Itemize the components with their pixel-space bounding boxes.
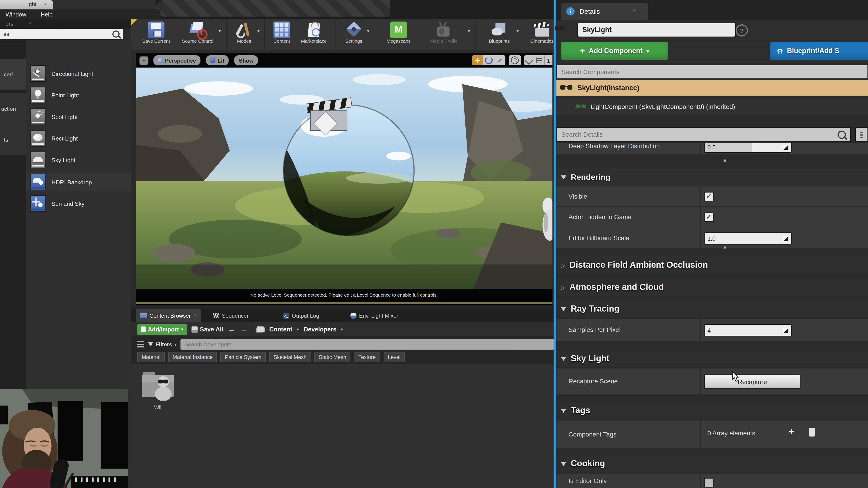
section-header-cooking[interactable]: Cooking xyxy=(556,455,868,473)
column-divider[interactable] xyxy=(700,474,701,488)
marketplace-button[interactable]: Marketplace xyxy=(297,22,331,44)
lit-mode-button[interactable]: Lit xyxy=(206,55,229,66)
actor-hidden-checkbox[interactable]: ✓ xyxy=(704,213,714,222)
section-header-rendering[interactable]: Rendering xyxy=(556,168,868,186)
recapture-button[interactable]: Recapture xyxy=(704,374,800,389)
panel-edge-divider[interactable] xyxy=(554,0,556,488)
component-row-light-component[interactable]: LightComponent (SkyLightComponent0) (Inh… xyxy=(556,98,868,115)
section-header-atmosphere[interactable]: ▷ Atmosphere and Cloud xyxy=(556,278,868,296)
place-actors-tab-close-icon[interactable]: × xyxy=(29,20,32,25)
save-all-button[interactable]: Save All xyxy=(191,326,223,332)
add-import-button[interactable]: Add/Import ▾ xyxy=(137,324,187,335)
list-item-sky-light[interactable]: Sky Light xyxy=(26,151,135,169)
reset-to-default-icon[interactable] xyxy=(783,328,788,333)
filter-chip-particle-system[interactable]: Particle System xyxy=(220,352,266,362)
add-array-element-button[interactable]: + xyxy=(789,427,794,437)
viewport-options-button[interactable]: ▾ xyxy=(140,56,148,65)
viewport[interactable]: ▾ Perspective Lit Show ✛ 1 xyxy=(135,53,553,305)
media-profile-caret-icon[interactable]: ▾ xyxy=(468,29,470,34)
breadcrumb-developers[interactable]: Developers xyxy=(304,326,336,332)
column-divider[interactable] xyxy=(700,368,701,394)
actor-lock-button[interactable]: ? xyxy=(736,24,748,37)
column-divider[interactable] xyxy=(700,420,701,448)
settings-caret-icon[interactable]: ▾ xyxy=(367,29,369,34)
perspective-button[interactable]: Perspective xyxy=(153,55,201,66)
search-components-input[interactable]: Search Components xyxy=(556,65,868,78)
list-item-hdri-backdrop[interactable]: HDRI Backdrop xyxy=(26,173,135,191)
column-divider[interactable] xyxy=(700,228,701,249)
blueprints-caret-icon[interactable]: ▾ xyxy=(517,29,519,34)
filter-chip-level[interactable]: Level xyxy=(383,352,405,362)
deep-shadow-slider[interactable]: 0.5 xyxy=(704,143,792,153)
visible-checkbox[interactable]: ✓ xyxy=(704,192,714,201)
scroll-up-indicator[interactable]: ▲ xyxy=(722,157,727,163)
megascans-button[interactable]: M Megascans xyxy=(381,22,416,44)
tab-details[interactable]: i Details × xyxy=(561,3,648,20)
filter-chip-material[interactable]: Material xyxy=(137,352,165,362)
is-editor-only-checkbox[interactable] xyxy=(704,478,714,488)
sources-panel-icon[interactable] xyxy=(137,341,144,348)
breadcrumb-content[interactable]: Content xyxy=(269,326,292,332)
save-current-button[interactable]: Save Current xyxy=(140,22,172,44)
filter-chip-texture[interactable]: Texture xyxy=(354,352,380,362)
modes-caret-icon[interactable]: ▾ xyxy=(257,29,260,34)
filter-chip-static-mesh[interactable]: Static Mesh xyxy=(314,352,351,362)
grid-snap-value[interactable]: 1 xyxy=(544,55,553,65)
modes-button[interactable]: Modes xyxy=(231,22,257,44)
tab-close-icon[interactable]: × xyxy=(633,7,636,13)
tab-output-log[interactable]: >_ Output Log xyxy=(278,309,324,322)
component-row-skylight-instance[interactable]: SkyLight(Instance) xyxy=(556,80,868,96)
list-item-rect-light[interactable]: Rect Light xyxy=(26,129,135,148)
content-button[interactable]: Content xyxy=(270,22,294,44)
viewport-scene[interactable] xyxy=(135,68,553,289)
blueprints-button[interactable]: Blueprints xyxy=(483,22,515,44)
search-assets-input[interactable]: Search Developers xyxy=(180,339,554,350)
section-header-sky-light[interactable]: Sky Light xyxy=(556,350,868,367)
billboard-scale-input[interactable]: 1.0 xyxy=(704,232,792,245)
section-header-dfao[interactable]: ▷ Distance Field Ambient Occlusion xyxy=(556,256,868,274)
clear-array-button[interactable] xyxy=(809,429,815,436)
reset-to-default-icon[interactable] xyxy=(783,236,788,241)
cinematics-button[interactable]: Cinematics xyxy=(524,22,556,44)
move-tool-button[interactable]: ✛ xyxy=(472,55,483,65)
tab-close-icon[interactable]: × xyxy=(193,313,196,318)
source-control-button[interactable]: Source Control xyxy=(178,22,217,44)
section-header-ray-tracing[interactable]: Ray Tracing xyxy=(556,300,868,318)
settings-button[interactable]: Settings xyxy=(340,22,367,44)
category-item-recently-placed[interactable]: ced xyxy=(0,59,26,90)
section-header-tags[interactable]: Tags xyxy=(556,402,868,419)
list-item-sun-and-sky[interactable]: Sun and Sky xyxy=(26,194,135,213)
menu-item-help[interactable]: Help xyxy=(41,11,53,18)
surface-snap-button[interactable] xyxy=(524,55,534,65)
tab-env-light-mixer[interactable]: Env. Light Mixer xyxy=(346,309,403,322)
list-item-directional-light[interactable]: Directional Light xyxy=(26,64,135,83)
filter-chip-skeletal-mesh[interactable]: Skeletal Mesh xyxy=(269,352,311,362)
rotate-tool-button[interactable] xyxy=(483,55,494,65)
filters-button[interactable]: Filters ▾ xyxy=(148,341,177,347)
list-item-spot-light[interactable]: Spot Light xyxy=(26,107,135,126)
column-divider[interactable] xyxy=(700,207,701,227)
source-control-caret-icon[interactable]: ▾ xyxy=(219,29,221,34)
show-menu-button[interactable]: Show xyxy=(234,55,258,66)
list-item-point-light[interactable]: Point Light xyxy=(26,86,135,105)
world-local-toggle-button[interactable] xyxy=(509,55,521,65)
place-actors-search-input[interactable]: es xyxy=(0,29,123,39)
blueprint-add-script-button[interactable]: ⚙ Blueprint/Add S xyxy=(770,42,868,60)
column-divider[interactable] xyxy=(700,186,701,206)
media-profile-button[interactable]: Media Profile xyxy=(423,22,464,44)
add-component-button[interactable]: + Add Component ▾ xyxy=(561,42,668,60)
back-button[interactable]: ← xyxy=(228,325,236,334)
column-divider[interactable] xyxy=(700,143,701,154)
window-title-tab[interactable]: ght • xyxy=(0,0,53,9)
tab-sequencer[interactable]: Sequencer xyxy=(209,309,253,322)
scroll-down-indicator[interactable]: ▼ xyxy=(722,245,727,251)
category-item-partial-2[interactable]: uction xyxy=(0,93,26,124)
place-actors-tab-label[interactable]: ors xyxy=(5,21,13,27)
forward-button[interactable]: → xyxy=(240,325,248,334)
actor-name-input[interactable]: SkyLight xyxy=(577,23,736,37)
asset-folder-will[interactable]: Will xyxy=(140,369,177,411)
menu-item-window[interactable]: Window xyxy=(5,11,26,18)
column-divider[interactable] xyxy=(700,319,701,341)
tab-content-browser[interactable]: Content Browser × xyxy=(135,309,201,322)
filter-chip-material-instance[interactable]: Material Instance xyxy=(168,352,217,362)
